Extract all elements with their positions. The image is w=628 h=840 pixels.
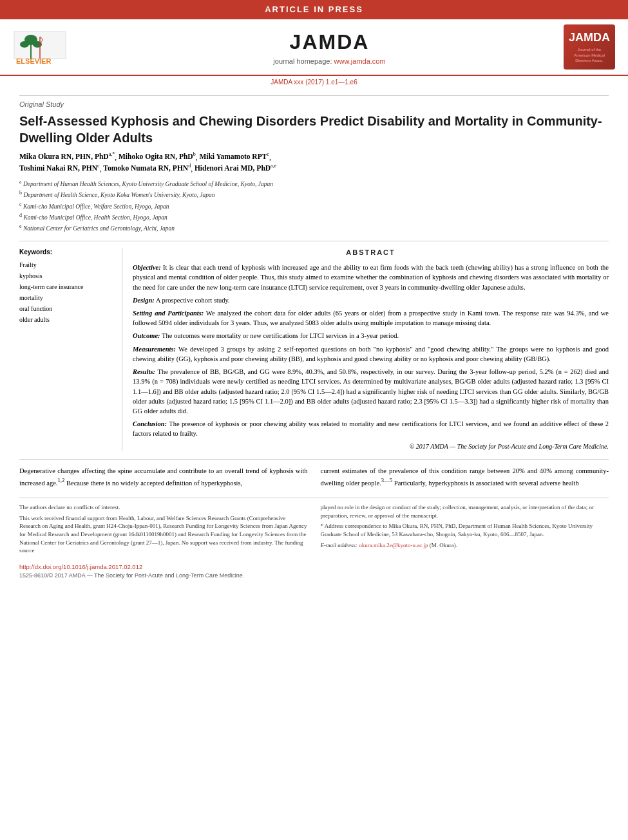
affil-d: d Kami-cho Municipal Office, Health Sect… [19, 212, 609, 222]
author-6: Hidenori Arai MD, PhDa,e [195, 164, 276, 172]
article-in-press-banner: ARTICLE IN PRESS [0, 0, 628, 19]
journal-header: ELSEVIER JAMDA journal homepage: www.jam… [0, 19, 628, 76]
footnote-funding: This work received financial support fro… [19, 514, 308, 555]
journal-center: JAMDA journal homepage: www.jamda.com [95, 28, 564, 66]
affil-a: a Department of Human Health Sciences, K… [19, 178, 609, 189]
keywords-list: Frailty kyphosis long-term care insuranc… [19, 259, 111, 325]
affil-c: c Kami-cho Municipal Office, Welfare Sec… [19, 201, 609, 211]
footnote-conflicts: The authors declare no conflicts of inte… [19, 503, 308, 512]
keyword-mortality: mortality [19, 292, 111, 303]
footnote-col-right: played no role in the design or conduct … [321, 503, 609, 557]
author-3: Miki Yamamoto RPTc [199, 153, 269, 160]
doi-link-line[interactable]: http://dx.doi.org/10.1016/j.jamda.2017.0… [19, 563, 609, 572]
keyword-oral: oral function [19, 303, 111, 314]
affiliations: a Department of Human Health Sciences, K… [19, 178, 609, 241]
author-2: Mihoko Ogita RN, PhDb [119, 153, 196, 160]
abstract-results: Results: The prevalence of BB, BG/GB, an… [133, 367, 609, 416]
footnote-area: The authors declare no conflicts of inte… [19, 498, 609, 557]
doi-line: JAMDA xxx (2017) 1.e1—1.e6 [0, 76, 628, 89]
author-4: Toshimi Nakai RN, PHNc [19, 164, 100, 172]
author-1: Mika Okura RN, PHN, PhDa,* [19, 153, 115, 160]
body-col-right: current estimates of the prevalence of t… [321, 466, 609, 488]
authors-list: Mika Okura RN, PHN, PhDa,*, Mihoko Ogita… [19, 151, 609, 174]
svg-point-3 [20, 41, 29, 48]
bottom-links: http://dx.doi.org/10.1016/j.jamda.2017.0… [19, 563, 609, 580]
footnote-email: E-mail address: okura.mika.2e@kyoto-u.ac… [321, 541, 609, 550]
abstract-design: Design: A prospective cohort study. [133, 295, 609, 305]
keywords-title: Keywords: [19, 248, 111, 257]
keyword-ltci: long-term care insurance [19, 281, 111, 292]
section-label: Original Study [19, 95, 609, 109]
jamda-logo-text: JAMDA [569, 30, 610, 46]
elsevier-logo-svg: ELSEVIER [13, 30, 90, 64]
content-area: Original Study Self-Assessed Kyphosis an… [0, 89, 628, 586]
keyword-frailty: Frailty [19, 259, 111, 270]
article-title: Self-Assessed Kyphosis and Chewing Disor… [19, 113, 609, 146]
journal-title: JAMDA [95, 28, 564, 57]
elsevier-logo: ELSEVIER [13, 30, 90, 64]
abstract-setting: Setting and Participants: We analyzed th… [133, 308, 609, 328]
abstract-heading: ABSTRACT [133, 248, 609, 257]
copyright-line: © 2017 AMDA — The Society for Post-Acute… [133, 442, 609, 452]
doi-anchor[interactable]: http://dx.doi.org/10.1016/j.jamda.2017.0… [19, 563, 142, 570]
keywords-column: Keywords: Frailty kyphosis long-term car… [19, 248, 122, 451]
svg-text:ELSEVIER: ELSEVIER [16, 57, 51, 64]
abstract-column: ABSTRACT Objective: It is clear that eac… [122, 248, 609, 451]
abstract-section: Keywords: Frailty kyphosis long-term car… [19, 248, 609, 451]
abstract-outcome: Outcome: The outcomes were mortality or … [133, 331, 609, 341]
footnote-role: played no role in the design or conduct … [321, 503, 609, 519]
journal-homepage-url[interactable]: www.jamda.com [334, 57, 386, 65]
keyword-older: older adults [19, 314, 111, 325]
footnote-address: * Address correspondence to Mika Okura, … [321, 522, 609, 538]
jamda-logo-box: JAMDA Journal of theAmerican MedicalDire… [564, 24, 615, 70]
jamda-logo-sub: Journal of theAmerican MedicalDirectors … [573, 46, 606, 64]
svg-point-4 [33, 41, 42, 48]
body-section: Degenerative changes affecting the spine… [19, 459, 609, 488]
footnote-col-left: The authors declare no conflicts of inte… [19, 503, 308, 557]
abstract-text: Objective: It is clear that each trend o… [133, 263, 609, 451]
affil-b: b Department of Health Science, Kyoto Ko… [19, 189, 609, 200]
abstract-objective: Objective: It is clear that each trend o… [133, 263, 609, 292]
affil-e: e National Center for Geriatrics and Ger… [19, 223, 609, 233]
issn-line: 1525-8610/© 2017 AMDA — The Society for … [19, 572, 609, 580]
keyword-kyphosis: kyphosis [19, 270, 111, 281]
author-5: Tomoko Numata RN, PHNd [103, 164, 191, 172]
body-col-left: Degenerative changes affecting the spine… [19, 466, 308, 488]
abstract-conclusion: Conclusion: The presence of kyphosis or … [133, 419, 609, 438]
journal-homepage: journal homepage: www.jamda.com [95, 57, 564, 66]
abstract-measurements: Measurements: We developed 3 groups by a… [133, 344, 609, 364]
